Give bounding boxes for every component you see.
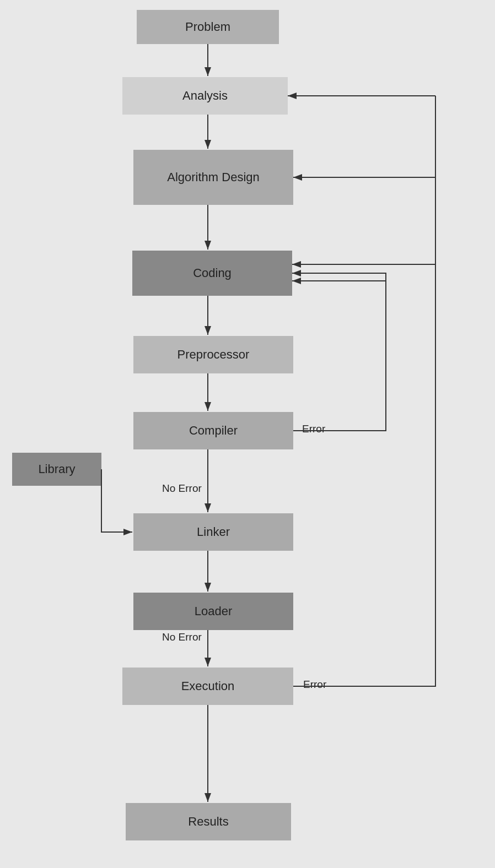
arrow-execution-error-line <box>293 264 435 686</box>
box-algorithm-design: Algorithm Design <box>133 150 293 205</box>
box-compiler: Compiler <box>133 412 293 449</box>
diagram-container: Problem Analysis Algorithm Design Coding… <box>0 0 495 868</box>
box-coding: Coding <box>132 251 292 296</box>
box-loader: Loader <box>133 593 293 630</box>
box-problem: Problem <box>137 10 279 44</box>
box-analysis: Analysis <box>122 77 288 115</box>
label-error-compiler: Error <box>302 423 325 435</box>
box-results: Results <box>126 803 291 840</box>
label-no-error-execution: No Error <box>162 631 202 643</box>
box-library: Library <box>12 453 101 486</box>
box-execution: Execution <box>122 668 293 705</box>
arrow-library-linker <box>101 469 132 532</box>
arrow-compiler-error-coding <box>292 273 386 431</box>
label-no-error-compiler: No Error <box>162 482 202 495</box>
box-linker: Linker <box>133 513 293 551</box>
box-preprocessor: Preprocessor <box>133 336 293 373</box>
label-error-execution: Error <box>303 679 326 691</box>
